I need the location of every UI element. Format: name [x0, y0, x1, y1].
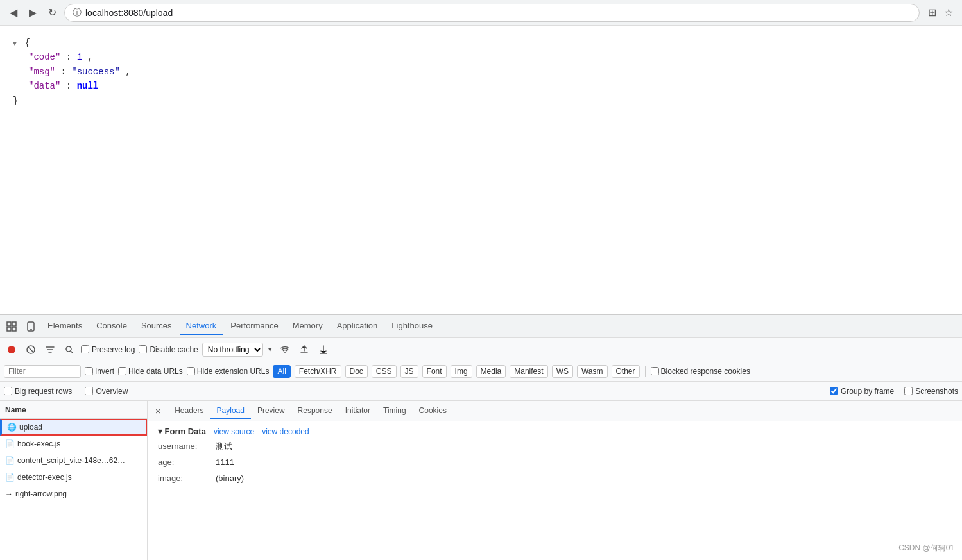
tab-lighthouse[interactable]: Lighthouse	[385, 317, 439, 335]
invert-checkbox[interactable]	[85, 367, 93, 375]
group-by-frame-label[interactable]: Group by frame	[830, 387, 894, 396]
svg-point-9	[66, 346, 71, 352]
tab-network[interactable]: Network	[180, 317, 223, 335]
disable-cache-label[interactable]: Disable cache	[139, 345, 198, 354]
filter-input[interactable]	[4, 365, 81, 378]
filter-doc-btn[interactable]: Doc	[345, 365, 368, 378]
collapse-arrow[interactable]: ▼	[13, 40, 17, 47]
filter-js-btn[interactable]: JS	[400, 365, 418, 378]
json-line-1: ▼ {	[13, 36, 949, 50]
hide-extension-urls-label[interactable]: Hide extension URLs	[187, 367, 270, 376]
download-icon[interactable]	[316, 342, 331, 357]
filter-img-btn[interactable]: Img	[451, 365, 472, 378]
browser-bar: ◀ ▶ ↻ ⓘ localhost:8080/upload ⊞ ☆	[0, 0, 962, 26]
detail-tab-payload[interactable]: Payload	[210, 403, 251, 419]
star-button[interactable]: ☆	[941, 6, 956, 20]
svg-point-6	[8, 346, 15, 353]
svg-rect-1	[12, 322, 16, 326]
record-button[interactable]	[4, 342, 19, 357]
filter-wasm-btn[interactable]: Wasm	[577, 365, 608, 378]
info-icon: ⓘ	[73, 7, 82, 19]
request-name-hook: hook-exec.js	[17, 439, 60, 448]
back-button[interactable]: ◀	[6, 6, 21, 20]
view-source-link[interactable]: view source	[214, 427, 254, 436]
page-content: ▼ { "code" : 1 , "msg" : "success" , "da…	[0, 26, 962, 314]
screenshots-checkbox[interactable]	[904, 387, 913, 395]
preserve-log-checkbox[interactable]	[81, 345, 89, 353]
list-item-detector-exec[interactable]: 📄 detector-exec.js	[0, 469, 147, 486]
throttle-select[interactable]: No throttling	[202, 343, 263, 357]
upload-icon[interactable]	[296, 342, 312, 357]
filter-all-btn[interactable]: All	[273, 365, 290, 378]
detail-tab-response[interactable]: Response	[291, 403, 339, 419]
list-item-upload[interactable]: 🌐 upload	[0, 419, 147, 436]
blocked-response-checkbox[interactable]	[651, 367, 659, 375]
request-list-header: Name	[0, 401, 147, 419]
json-value-data: null	[77, 81, 99, 91]
detail-tab-preview[interactable]: Preview	[251, 403, 291, 419]
forward-button[interactable]: ▶	[26, 6, 40, 20]
filter-media-btn[interactable]: Media	[476, 365, 506, 378]
devtools-tabs: Elements Console Sources Network Perform…	[0, 315, 962, 338]
tab-memory[interactable]: Memory	[286, 317, 329, 335]
filter-other-btn[interactable]: Other	[612, 365, 640, 378]
invert-checkbox-label[interactable]: Invert	[85, 367, 114, 376]
screenshots-label[interactable]: Screenshots	[904, 387, 958, 396]
throttle-arrow: ▼	[267, 346, 273, 353]
svg-rect-2	[7, 327, 11, 331]
tab-elements[interactable]: Elements	[41, 317, 89, 335]
tab-application[interactable]: Application	[331, 317, 384, 335]
browser-actions: ⊞ ☆	[925, 6, 956, 20]
list-item-hook-exec[interactable]: 📄 hook-exec.js	[0, 436, 147, 452]
tab-sources[interactable]: Sources	[135, 317, 178, 335]
hide-data-urls-checkbox[interactable]	[118, 367, 126, 375]
json-code-line: "code" : 1 ,	[28, 50, 949, 64]
hide-extension-urls-checkbox[interactable]	[187, 367, 195, 375]
filter-css-btn[interactable]: CSS	[372, 365, 397, 378]
preserve-log-label[interactable]: Preserve log	[81, 345, 135, 354]
detail-tab-cookies[interactable]: Cookies	[413, 403, 453, 419]
detail-close-btn[interactable]: ×	[150, 403, 166, 419]
devtools-device-icon[interactable]	[22, 318, 40, 335]
filter-fetch-xhr-btn[interactable]: Fetch/XHR	[295, 365, 341, 378]
tab-console[interactable]: Console	[90, 317, 133, 335]
list-item-right-arrow[interactable]: → right-arrow.png	[0, 486, 147, 502]
devtools-selector-icon[interactable]	[3, 318, 21, 335]
filter-bar: Invert Hide data URLs Hide extension URL…	[0, 361, 962, 382]
filter-font-btn[interactable]: Font	[422, 365, 447, 378]
request-name-content: content_script_vite-148e…62…	[17, 456, 125, 465]
translate-button[interactable]: ⊞	[925, 6, 939, 20]
json-line-close: }	[13, 94, 949, 108]
svg-rect-0	[7, 322, 11, 326]
devtools-panel: Elements Console Sources Network Perform…	[0, 314, 962, 560]
overview-checkbox[interactable]	[85, 387, 93, 395]
detail-tab-headers[interactable]: Headers	[168, 403, 210, 419]
detail-tabs: × Headers Payload Preview Response Initi…	[148, 401, 962, 421]
group-by-frame-checkbox[interactable]	[830, 387, 838, 395]
detail-tab-initiator[interactable]: Initiator	[339, 403, 377, 419]
disable-cache-checkbox[interactable]	[139, 345, 147, 353]
list-item-content-script[interactable]: 📄 content_script_vite-148e…62…	[0, 452, 147, 469]
filter-divider	[645, 366, 646, 377]
svg-line-10	[71, 351, 74, 353]
filter-manifest-btn[interactable]: Manifest	[510, 365, 547, 378]
detail-panel: × Headers Payload Preview Response Initi…	[148, 401, 962, 560]
view-decoded-link[interactable]: view decoded	[262, 427, 309, 436]
filter-ws-btn[interactable]: WS	[552, 365, 573, 378]
form-value-image: (binary)	[216, 472, 244, 486]
filter-button[interactable]	[42, 342, 58, 357]
wifi-icon[interactable]	[277, 342, 293, 357]
refresh-button[interactable]: ↻	[45, 6, 59, 20]
overview-label[interactable]: Overview	[85, 387, 128, 396]
big-request-rows-checkbox[interactable]	[4, 387, 12, 395]
json-key-msg: "msg"	[28, 67, 55, 77]
tab-performance[interactable]: Performance	[224, 317, 284, 335]
hide-data-urls-label[interactable]: Hide data URLs	[118, 367, 183, 376]
search-button[interactable]	[62, 342, 77, 357]
big-request-rows-label[interactable]: Big request rows	[4, 387, 72, 396]
clear-button[interactable]	[23, 342, 39, 357]
globe-icon: 🌐	[7, 423, 17, 432]
detail-tab-timing[interactable]: Timing	[377, 403, 413, 419]
blocked-response-label[interactable]: Blocked response cookies	[651, 367, 750, 376]
address-bar[interactable]: ⓘ localhost:8080/upload	[64, 4, 920, 22]
